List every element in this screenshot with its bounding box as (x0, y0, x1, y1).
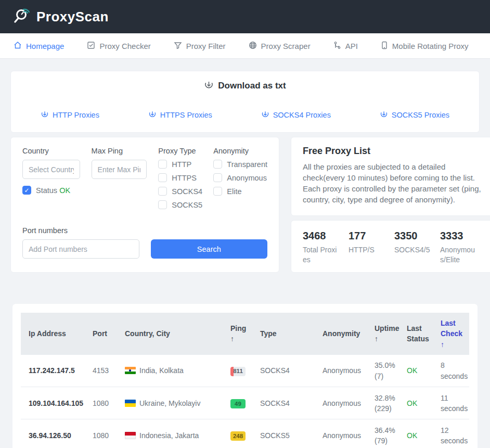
cell-type: SOCKS4 (252, 387, 315, 419)
col-ping[interactable]: Ping ↑ (227, 313, 252, 355)
status-ok-checkbox-row[interactable]: ✓ Status OK (22, 186, 80, 195)
socks4-checkbox[interactable] (158, 187, 167, 196)
cell-ping: 811 (227, 355, 252, 387)
elite-checkbox[interactable] (213, 187, 222, 196)
col-country-city[interactable]: Country, City (117, 313, 227, 355)
nav-proxy-scraper-label: Proxy Scraper (261, 42, 311, 50)
status-ok-checkbox[interactable]: ✓ (22, 186, 31, 195)
home-icon (14, 41, 22, 51)
cell-country: India, Kolkata (117, 355, 227, 387)
table-row[interactable]: 36.94.126.50 1080 Indonesia, Jakarta 248… (21, 419, 469, 448)
anonymous-checkbox[interactable] (213, 173, 222, 182)
download-http-link[interactable]: HTTP Proxies (41, 110, 99, 120)
main-nav: Homepage Proxy Checker Proxy Filter Prox… (0, 33, 490, 59)
status-ok-value: OK (59, 186, 70, 195)
anonymity-anonymous[interactable]: Anonymous (213, 173, 267, 182)
globe-icon (249, 41, 257, 51)
download-socks5-link[interactable]: SOCKS5 Proxies (380, 110, 449, 120)
port-numbers-input[interactable] (22, 239, 139, 259)
stat-socks: 3350 SOCKS4/5 (394, 230, 440, 265)
nav-proxy-filter[interactable]: Proxy Filter (174, 41, 226, 51)
download-socks4-link[interactable]: SOCKS4 Proxies (261, 110, 331, 120)
country-select-input[interactable] (22, 160, 80, 179)
cell-last-status: OK (399, 419, 433, 448)
site-header: ProxyScan (0, 0, 490, 33)
col-anonymity[interactable]: Anonymity (315, 313, 367, 355)
nav-api[interactable]: API (333, 41, 358, 51)
page-body: Download as txt HTTP Proxies HTTPS Proxi… (0, 71, 490, 448)
download-http-label: HTTP Proxies (53, 111, 99, 119)
proxy-type-socks5[interactable]: SOCKS5 (158, 200, 202, 209)
cell-ip: 36.94.126.50 (21, 419, 85, 448)
code-branch-icon (333, 41, 341, 51)
anonymity-elite[interactable]: Elite (213, 187, 267, 196)
cell-ping: 248 (227, 419, 252, 448)
nav-proxy-checker[interactable]: Proxy Checker (87, 41, 150, 51)
stat-total-proxies: 3468 Total Proxies (303, 230, 349, 265)
nav-homepage[interactable]: Homepage (14, 41, 64, 51)
cell-last-status: OK (399, 387, 433, 419)
anonymity-transparent[interactable]: Transparent (213, 160, 267, 169)
sort-up-icon: ↑ (375, 335, 378, 343)
port-numbers-label: Port numbers (22, 226, 267, 235)
download-title[interactable]: Download as txt (16, 80, 474, 92)
download-icon (261, 110, 269, 120)
nav-mobile-rotating-proxy[interactable]: Mobile Rotating Proxy (381, 41, 469, 51)
anonymity-label: Anonymity (213, 147, 267, 155)
proxy-type-label: Proxy Type (158, 147, 202, 155)
proxy-type-socks4[interactable]: SOCKS4 (158, 187, 202, 196)
table-row[interactable]: 117.242.147.5 4153 India, Kolkata 811 SO… (21, 355, 469, 387)
search-button[interactable]: Search (151, 239, 267, 259)
col-port[interactable]: Port (85, 313, 117, 355)
socks5-checkbox[interactable] (158, 200, 167, 209)
stat-https-value: 177 (349, 230, 394, 242)
nav-homepage-label: Homepage (26, 42, 64, 50)
https-checkbox[interactable] (158, 173, 167, 182)
nav-api-label: API (345, 42, 358, 50)
download-icon (41, 110, 49, 120)
download-socks5-label: SOCKS5 Proxies (392, 111, 449, 119)
cell-country: Indonesia, Jakarta (117, 419, 227, 448)
cell-ip: 117.242.147.5 (21, 355, 85, 387)
cell-type: SOCKS4 (252, 355, 315, 387)
download-https-link[interactable]: HTTPS Proxies (148, 110, 212, 120)
table-row[interactable]: 109.104.164.105 1080 Ukraine, Mykolayiv … (21, 387, 469, 419)
sort-up-icon: ↑ (441, 340, 444, 349)
cell-uptime: 36.4% (79) (367, 419, 399, 448)
funnel-icon (174, 41, 182, 51)
cell-anonymity: Anonymous (315, 387, 367, 419)
cell-uptime: 32.8% (229) (367, 387, 399, 419)
cell-port: 1080 (85, 387, 117, 419)
download-icon (148, 110, 157, 120)
col-last-status[interactable]: Last Status (399, 313, 433, 355)
proxy-type-http[interactable]: HTTP (158, 160, 202, 169)
cell-uptime: 35.0% (7) (367, 355, 399, 387)
mobile-phone-icon (381, 41, 388, 51)
check-square-icon (87, 41, 95, 51)
cell-type: SOCKS5 (252, 419, 315, 448)
status-label: Status OK (36, 186, 70, 195)
col-uptime[interactable]: Uptime ↑ (367, 313, 399, 355)
col-last-check[interactable]: Last Check ↑ (433, 313, 469, 355)
ukraine-flag-icon (125, 400, 136, 407)
cell-ip: 109.104.164.105 (21, 387, 85, 419)
stat-total-value: 3468 (303, 230, 349, 242)
proxy-type-https[interactable]: HTTPS (158, 173, 202, 182)
brand-logo[interactable]: ProxyScan (12, 6, 109, 28)
download-icon (380, 110, 388, 120)
download-card: Download as txt HTTP Proxies HTTPS Proxi… (10, 71, 480, 133)
indonesia-flag-icon (125, 432, 136, 439)
col-ip-address[interactable]: Ip Address (21, 313, 85, 355)
stat-https-label: HTTP/S (349, 245, 386, 255)
max-ping-input[interactable] (92, 160, 147, 179)
nav-mobile-rotating-proxy-label: Mobile Rotating Proxy (392, 42, 469, 50)
transparent-checkbox[interactable] (213, 160, 222, 169)
nav-proxy-scraper[interactable]: Proxy Scraper (249, 41, 311, 51)
col-type[interactable]: Type (252, 313, 315, 355)
download-links: HTTP Proxies HTTPS Proxies SOCKS4 Proxie… (16, 110, 474, 120)
india-flag-icon (125, 367, 136, 374)
free-proxy-list-title: Free Proxy List (303, 146, 486, 157)
http-checkbox[interactable] (158, 160, 167, 169)
brand-name: ProxyScan (36, 9, 109, 25)
filter-card: Country ✓ Status OK Max Ping Proxy Type … (10, 137, 279, 273)
